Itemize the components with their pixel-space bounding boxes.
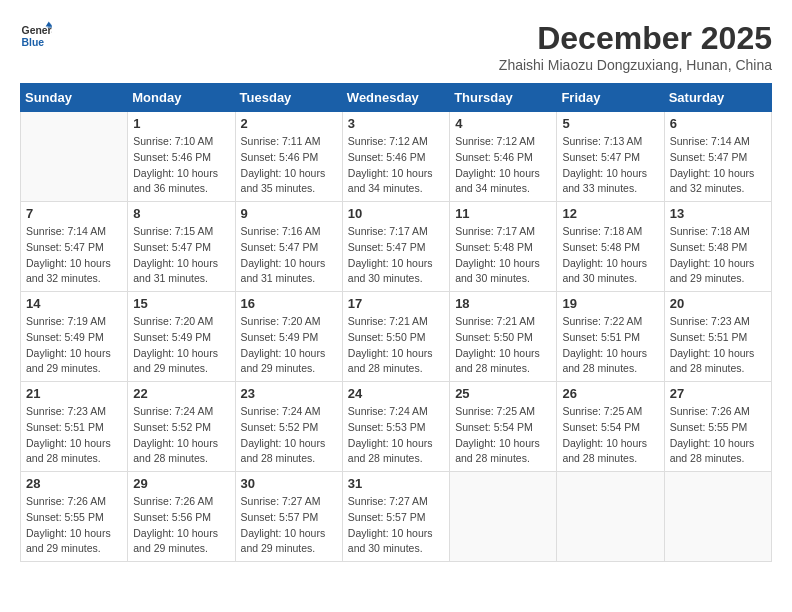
calendar-body: 1Sunrise: 7:10 AMSunset: 5:46 PMDaylight… — [21, 112, 772, 562]
calendar-day-cell: 14Sunrise: 7:19 AMSunset: 5:49 PMDayligh… — [21, 292, 128, 382]
day-detail: Sunrise: 7:20 AMSunset: 5:49 PMDaylight:… — [241, 314, 337, 377]
day-number: 20 — [670, 296, 766, 311]
day-number: 8 — [133, 206, 229, 221]
title-section: December 2025 Zhaishi Miaozu Dongzuxiang… — [499, 20, 772, 73]
calendar-day-cell: 21Sunrise: 7:23 AMSunset: 5:51 PMDayligh… — [21, 382, 128, 472]
calendar-day-cell: 17Sunrise: 7:21 AMSunset: 5:50 PMDayligh… — [342, 292, 449, 382]
calendar-day-cell — [450, 472, 557, 562]
calendar-day-cell: 18Sunrise: 7:21 AMSunset: 5:50 PMDayligh… — [450, 292, 557, 382]
calendar-day-cell: 2Sunrise: 7:11 AMSunset: 5:46 PMDaylight… — [235, 112, 342, 202]
svg-text:Blue: Blue — [22, 37, 45, 48]
calendar-day-cell: 13Sunrise: 7:18 AMSunset: 5:48 PMDayligh… — [664, 202, 771, 292]
logo: General Blue — [20, 20, 52, 52]
calendar-day-cell: 15Sunrise: 7:20 AMSunset: 5:49 PMDayligh… — [128, 292, 235, 382]
calendar-day-cell: 19Sunrise: 7:22 AMSunset: 5:51 PMDayligh… — [557, 292, 664, 382]
day-number: 27 — [670, 386, 766, 401]
day-detail: Sunrise: 7:23 AMSunset: 5:51 PMDaylight:… — [670, 314, 766, 377]
calendar-day-cell: 3Sunrise: 7:12 AMSunset: 5:46 PMDaylight… — [342, 112, 449, 202]
day-detail: Sunrise: 7:13 AMSunset: 5:47 PMDaylight:… — [562, 134, 658, 197]
day-number: 18 — [455, 296, 551, 311]
day-detail: Sunrise: 7:25 AMSunset: 5:54 PMDaylight:… — [562, 404, 658, 467]
day-number: 17 — [348, 296, 444, 311]
day-detail: Sunrise: 7:23 AMSunset: 5:51 PMDaylight:… — [26, 404, 122, 467]
day-number: 15 — [133, 296, 229, 311]
day-detail: Sunrise: 7:25 AMSunset: 5:54 PMDaylight:… — [455, 404, 551, 467]
logo-icon: General Blue — [20, 20, 52, 52]
day-number: 1 — [133, 116, 229, 131]
calendar-day-cell: 26Sunrise: 7:25 AMSunset: 5:54 PMDayligh… — [557, 382, 664, 472]
day-detail: Sunrise: 7:18 AMSunset: 5:48 PMDaylight:… — [670, 224, 766, 287]
day-number: 25 — [455, 386, 551, 401]
day-detail: Sunrise: 7:16 AMSunset: 5:47 PMDaylight:… — [241, 224, 337, 287]
calendar-day-cell: 8Sunrise: 7:15 AMSunset: 5:47 PMDaylight… — [128, 202, 235, 292]
day-detail: Sunrise: 7:26 AMSunset: 5:55 PMDaylight:… — [670, 404, 766, 467]
weekday-header-cell: Saturday — [664, 84, 771, 112]
day-number: 22 — [133, 386, 229, 401]
day-detail: Sunrise: 7:14 AMSunset: 5:47 PMDaylight:… — [26, 224, 122, 287]
day-number: 12 — [562, 206, 658, 221]
calendar-day-cell: 4Sunrise: 7:12 AMSunset: 5:46 PMDaylight… — [450, 112, 557, 202]
day-detail: Sunrise: 7:18 AMSunset: 5:48 PMDaylight:… — [562, 224, 658, 287]
calendar-day-cell: 25Sunrise: 7:25 AMSunset: 5:54 PMDayligh… — [450, 382, 557, 472]
day-number: 3 — [348, 116, 444, 131]
day-number: 19 — [562, 296, 658, 311]
day-number: 21 — [26, 386, 122, 401]
calendar-day-cell: 27Sunrise: 7:26 AMSunset: 5:55 PMDayligh… — [664, 382, 771, 472]
calendar-day-cell: 9Sunrise: 7:16 AMSunset: 5:47 PMDaylight… — [235, 202, 342, 292]
day-number: 4 — [455, 116, 551, 131]
day-number: 28 — [26, 476, 122, 491]
calendar-day-cell: 6Sunrise: 7:14 AMSunset: 5:47 PMDaylight… — [664, 112, 771, 202]
day-detail: Sunrise: 7:17 AMSunset: 5:47 PMDaylight:… — [348, 224, 444, 287]
day-detail: Sunrise: 7:19 AMSunset: 5:49 PMDaylight:… — [26, 314, 122, 377]
calendar-day-cell: 24Sunrise: 7:24 AMSunset: 5:53 PMDayligh… — [342, 382, 449, 472]
day-number: 13 — [670, 206, 766, 221]
day-detail: Sunrise: 7:21 AMSunset: 5:50 PMDaylight:… — [348, 314, 444, 377]
day-detail: Sunrise: 7:26 AMSunset: 5:56 PMDaylight:… — [133, 494, 229, 557]
calendar-day-cell: 31Sunrise: 7:27 AMSunset: 5:57 PMDayligh… — [342, 472, 449, 562]
day-detail: Sunrise: 7:10 AMSunset: 5:46 PMDaylight:… — [133, 134, 229, 197]
weekday-header-cell: Tuesday — [235, 84, 342, 112]
calendar-day-cell: 1Sunrise: 7:10 AMSunset: 5:46 PMDaylight… — [128, 112, 235, 202]
svg-text:General: General — [22, 25, 52, 36]
day-number: 14 — [26, 296, 122, 311]
day-detail: Sunrise: 7:12 AMSunset: 5:46 PMDaylight:… — [348, 134, 444, 197]
day-detail: Sunrise: 7:22 AMSunset: 5:51 PMDaylight:… — [562, 314, 658, 377]
weekday-header-cell: Wednesday — [342, 84, 449, 112]
calendar-day-cell — [21, 112, 128, 202]
weekday-header: SundayMondayTuesdayWednesdayThursdayFrid… — [21, 84, 772, 112]
day-detail: Sunrise: 7:12 AMSunset: 5:46 PMDaylight:… — [455, 134, 551, 197]
day-number: 6 — [670, 116, 766, 131]
day-number: 29 — [133, 476, 229, 491]
day-number: 7 — [26, 206, 122, 221]
calendar-day-cell: 30Sunrise: 7:27 AMSunset: 5:57 PMDayligh… — [235, 472, 342, 562]
calendar-day-cell: 7Sunrise: 7:14 AMSunset: 5:47 PMDaylight… — [21, 202, 128, 292]
month-title: December 2025 — [499, 20, 772, 57]
day-detail: Sunrise: 7:20 AMSunset: 5:49 PMDaylight:… — [133, 314, 229, 377]
day-detail: Sunrise: 7:24 AMSunset: 5:52 PMDaylight:… — [133, 404, 229, 467]
day-number: 23 — [241, 386, 337, 401]
day-detail: Sunrise: 7:17 AMSunset: 5:48 PMDaylight:… — [455, 224, 551, 287]
calendar-day-cell: 29Sunrise: 7:26 AMSunset: 5:56 PMDayligh… — [128, 472, 235, 562]
day-number: 2 — [241, 116, 337, 131]
weekday-header-cell: Friday — [557, 84, 664, 112]
day-number: 31 — [348, 476, 444, 491]
calendar-day-cell: 5Sunrise: 7:13 AMSunset: 5:47 PMDaylight… — [557, 112, 664, 202]
calendar-day-cell: 10Sunrise: 7:17 AMSunset: 5:47 PMDayligh… — [342, 202, 449, 292]
day-number: 10 — [348, 206, 444, 221]
header: General Blue December 2025 Zhaishi Miaoz… — [20, 20, 772, 73]
day-number: 26 — [562, 386, 658, 401]
calendar-week-row: 28Sunrise: 7:26 AMSunset: 5:55 PMDayligh… — [21, 472, 772, 562]
calendar-day-cell: 16Sunrise: 7:20 AMSunset: 5:49 PMDayligh… — [235, 292, 342, 382]
day-detail: Sunrise: 7:27 AMSunset: 5:57 PMDaylight:… — [348, 494, 444, 557]
day-detail: Sunrise: 7:14 AMSunset: 5:47 PMDaylight:… — [670, 134, 766, 197]
calendar-day-cell: 11Sunrise: 7:17 AMSunset: 5:48 PMDayligh… — [450, 202, 557, 292]
day-number: 5 — [562, 116, 658, 131]
day-detail: Sunrise: 7:15 AMSunset: 5:47 PMDaylight:… — [133, 224, 229, 287]
day-detail: Sunrise: 7:11 AMSunset: 5:46 PMDaylight:… — [241, 134, 337, 197]
calendar-week-row: 21Sunrise: 7:23 AMSunset: 5:51 PMDayligh… — [21, 382, 772, 472]
day-number: 9 — [241, 206, 337, 221]
day-number: 30 — [241, 476, 337, 491]
weekday-header-cell: Sunday — [21, 84, 128, 112]
calendar-day-cell: 28Sunrise: 7:26 AMSunset: 5:55 PMDayligh… — [21, 472, 128, 562]
location-title: Zhaishi Miaozu Dongzuxiang, Hunan, China — [499, 57, 772, 73]
